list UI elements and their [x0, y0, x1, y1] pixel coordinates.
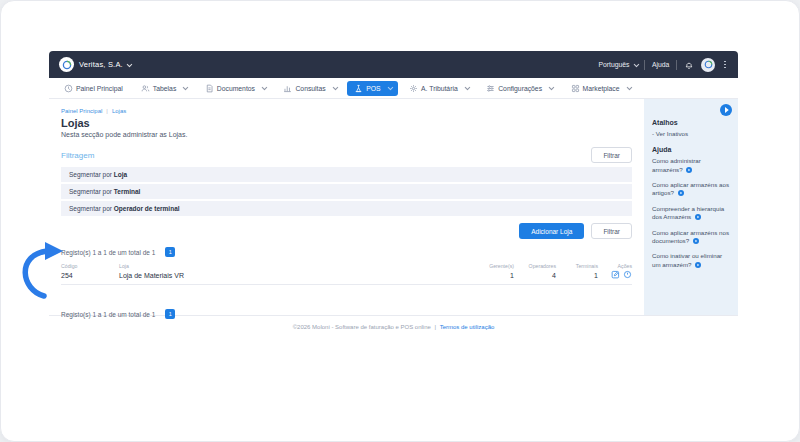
nav-item-pos[interactable]: POS — [347, 81, 398, 96]
filter-section-title: Filtragem — [61, 151, 94, 160]
breadcrumb-separator: | — [106, 108, 108, 114]
filter-button[interactable]: Filtrar — [591, 223, 632, 239]
top-bar: Veritas, S.A. Português Ajuda — [49, 51, 738, 78]
pagination-page-1[interactable]: 1 — [165, 247, 175, 257]
deactivate-store-button[interactable] — [623, 270, 632, 279]
chevron-down-icon — [465, 85, 470, 90]
bar-chart-icon — [283, 84, 292, 93]
video-icon — [695, 262, 701, 270]
segment-by-terminal-row[interactable]: Segmentar por Terminal — [61, 184, 632, 199]
main-nav: Painel Principal Tabelas Documentos Cons… — [49, 78, 738, 99]
divider — [676, 60, 677, 70]
nav-item-consultas[interactable]: Consultas — [276, 81, 343, 96]
segment-by-operador-row[interactable]: Segmentar por Operador de terminal — [61, 201, 632, 216]
table-row[interactable]: 254 Loja de Materiais VR 1 4 1 — [61, 269, 632, 285]
copyright-text: ©2026 Moloni - Software de faturação e P… — [293, 324, 431, 330]
help-sidebar: Atalhos - Ver Inativos Ajuda Como admini… — [644, 99, 738, 315]
segment-prefix: Segmentar por — [69, 171, 114, 178]
company-logo — [59, 57, 74, 72]
nav-label: Marketplace — [583, 85, 620, 92]
segment-value: Operador de terminal — [114, 205, 180, 212]
add-store-button[interactable]: Adicionar Loja — [519, 223, 584, 239]
cell-codigo: 254 — [61, 272, 119, 279]
nav-label: POS — [366, 85, 380, 92]
dashboard-icon — [64, 84, 73, 93]
bell-icon — [684, 60, 694, 70]
help-link-administrar-armazens[interactable]: Como administrar armazéns? — [652, 157, 730, 175]
help-title: Ajuda — [652, 146, 730, 153]
cell-operadores: 4 — [514, 272, 556, 279]
collapse-sidebar-button[interactable] — [720, 104, 732, 116]
segment-value: Loja — [114, 171, 127, 178]
nav-item-painel-principal[interactable]: Painel Principal — [57, 81, 130, 96]
nav-label: Documentos — [217, 85, 255, 92]
nav-item-a-tributaria[interactable]: A. Tributária — [402, 81, 475, 96]
breadcrumb-item-painel-principal[interactable]: Painel Principal — [61, 108, 102, 114]
ver-inativos-link[interactable]: - Ver Inativos — [652, 130, 730, 138]
marketplace-icon — [571, 84, 580, 93]
footer: ©2026 Moloni - Software de faturação e P… — [49, 316, 738, 340]
company-name[interactable]: Veritas, S.A. — [79, 60, 123, 69]
pos-icon — [354, 84, 363, 93]
help-link-inativar-eliminar-armazem[interactable]: Como inativar ou eliminar um armazém? — [652, 252, 730, 270]
settings-icon — [486, 84, 495, 93]
filter-top-button[interactable]: Filtrar — [591, 147, 632, 163]
help-link-label: Como aplicar armazéns nos documentos? — [652, 229, 729, 244]
help-link-armazens-artigos[interactable]: Como aplicar armazéns aos artigos? — [652, 181, 730, 199]
help-link[interactable]: Ajuda — [652, 61, 669, 68]
header-gerentes: Gerente(s) — [472, 263, 514, 269]
nav-label: Consultas — [295, 85, 325, 92]
help-link-armazens-documentos[interactable]: Como aplicar armazéns nos documentos? — [652, 229, 730, 247]
language-label: Português — [599, 61, 630, 68]
segment-by-loja-row[interactable]: Segmentar por Loja — [61, 167, 632, 182]
help-link-label: Como inativar ou eliminar um armazém? — [652, 252, 722, 267]
nav-label: Configurações — [498, 85, 542, 92]
header-codigo: Código — [61, 263, 119, 269]
video-icon — [695, 214, 701, 222]
chevron-down-icon — [627, 85, 632, 90]
page-title: Lojas — [61, 117, 632, 129]
chevron-down-icon — [549, 85, 554, 90]
nav-item-marketplace[interactable]: Marketplace — [564, 81, 638, 96]
filter-rows: Segmentar por Loja Segmentar por Termina… — [61, 167, 632, 216]
help-link-hierarquia-armazens[interactable]: Compreender a hierarquia dos Armazéns — [652, 205, 730, 223]
nav-item-documentos[interactable]: Documentos — [198, 81, 273, 96]
chevron-down-icon — [633, 61, 638, 66]
video-icon — [686, 167, 692, 175]
breadcrumb-item-lojas[interactable]: Lojas — [112, 108, 126, 114]
stores-table: Código Loja Gerente(s) Operadores Termin… — [61, 263, 632, 285]
nav-label: A. Tributária — [421, 85, 458, 92]
user-avatar[interactable] — [701, 58, 715, 72]
app-window: Veritas, S.A. Português Ajuda — [0, 0, 800, 442]
chevron-down-icon — [127, 61, 132, 66]
language-selector[interactable]: Português — [599, 61, 637, 68]
nav-label: Painel Principal — [76, 85, 123, 92]
video-icon — [693, 238, 699, 246]
cell-terminais: 1 — [556, 272, 598, 279]
pagination-page-1[interactable]: 1 — [165, 309, 175, 319]
nav-item-tabelas[interactable]: Tabelas — [134, 81, 194, 96]
terms-link[interactable]: Termos de utilização — [440, 324, 495, 330]
cell-loja: Loja de Materiais VR — [119, 272, 472, 279]
help-link-label: Compreender a hierarquia dos Armazéns — [652, 205, 724, 220]
records-count-label: Registo(s) 1 a 1 de um total de 1 — [61, 311, 155, 318]
shortcuts-title: Atalhos — [652, 119, 730, 126]
notifications-button[interactable] — [684, 60, 694, 70]
document-icon — [205, 84, 214, 93]
cell-gerentes: 1 — [472, 272, 514, 279]
segment-prefix: Segmentar por — [69, 188, 114, 195]
play-icon — [724, 107, 729, 113]
header-acoes: Ações — [598, 263, 632, 269]
page-subtitle: Nesta secção pode administrar as Lojas. — [61, 131, 632, 138]
help-link-label: Como aplicar armazéns aos artigos? — [652, 181, 729, 196]
help-link-label: Como administrar armazéns? — [652, 157, 701, 172]
more-options-button[interactable] — [722, 60, 728, 70]
divider — [644, 60, 645, 70]
edit-store-button[interactable] — [611, 270, 620, 279]
table-header-row: Código Loja Gerente(s) Operadores Termin… — [61, 263, 632, 269]
nav-label: Tabelas — [153, 85, 176, 92]
chevron-down-icon — [183, 85, 188, 90]
logo-icon — [62, 60, 72, 70]
video-icon — [678, 190, 684, 198]
nav-item-configuracoes[interactable]: Configurações — [479, 81, 559, 96]
